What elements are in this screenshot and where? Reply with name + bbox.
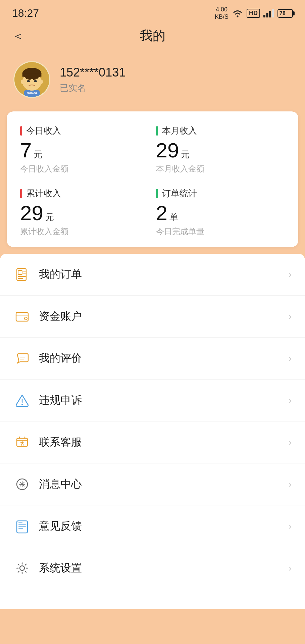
menu-label-feedback: 意见反馈 [39, 519, 289, 534]
arrow-icon-violation: › [289, 395, 292, 406]
page-title: 我的 [140, 27, 165, 44]
svg-point-10 [39, 80, 43, 84]
stat-value-1: 29 [156, 140, 179, 161]
svg-point-47 [20, 566, 24, 571]
settings-icon [13, 559, 31, 577]
menu-label-settings: 系统设置 [39, 561, 289, 576]
bottom-padding [0, 589, 305, 609]
svg-point-0 [237, 15, 239, 17]
arrow-icon-order: › [289, 269, 292, 280]
wifi-icon [232, 9, 243, 18]
menu-item-feedback[interactable]: 意见反馈 › [0, 505, 305, 547]
stat-bar-red-2 [20, 189, 22, 198]
stat-value-3: 2 [156, 203, 167, 224]
stat-desc-3: 今日完成单量 [156, 226, 285, 237]
order-icon [13, 266, 31, 283]
svg-text:客: 客 [20, 441, 25, 446]
review-icon [13, 350, 31, 367]
message-icon [13, 476, 31, 493]
profile-verified: 已实名 [60, 82, 125, 94]
menu-label-violation: 违规申诉 [39, 393, 289, 408]
svg-point-31 [21, 404, 23, 405]
menu-item-settings[interactable]: 系统设置 › [0, 547, 305, 589]
status-icons: 4.00KB/S HD 78 [215, 6, 293, 20]
svg-rect-3 [269, 11, 271, 17]
stat-value-0: 7 [20, 140, 32, 161]
svg-rect-1 [263, 15, 265, 17]
stat-order-count: 订单统计 2 单 今日完成单量 [156, 188, 285, 237]
svg-point-9 [21, 80, 24, 84]
menu-item-order[interactable]: 我的订单 › [0, 254, 305, 296]
avatar-image: BoRed [14, 62, 49, 97]
battery-icon: 78 [277, 9, 293, 18]
stats-card: 今日收入 7 元 今日收入金额 本月收入 29 元 本月收入金额 累 [7, 111, 298, 247]
stat-unit-1: 元 [181, 149, 190, 160]
profile-phone: 152****0131 [60, 65, 125, 80]
avatar-svg: BoRed [14, 62, 49, 97]
stat-today-income: 今日收入 7 元 今日收入金额 [20, 125, 149, 174]
svg-text:BoRed: BoRed [27, 91, 37, 95]
stat-bar-red-1 [20, 126, 22, 136]
violation-icon [13, 392, 31, 409]
svg-rect-4 [272, 9, 274, 17]
svg-point-12 [34, 80, 37, 82]
svg-point-26 [24, 317, 27, 320]
stat-bar-green-1 [156, 126, 158, 136]
status-time: 18:27 [12, 7, 39, 19]
menu-item-review[interactable]: 我的评价 › [0, 338, 305, 380]
hd-badge: HD [247, 9, 260, 18]
menu-label-service: 联系客服 [39, 435, 289, 450]
arrow-icon-service: › [289, 437, 292, 448]
menu-item-violation[interactable]: 违规申诉 › [0, 380, 305, 422]
svg-point-16 [28, 87, 36, 91]
menu-label-order: 我的订单 [39, 267, 289, 282]
svg-rect-2 [266, 13, 268, 17]
profile-info: 152****0131 已实名 [60, 65, 125, 94]
stat-month-income: 本月收入 29 元 本月收入金额 [156, 125, 285, 174]
stat-unit-3: 单 [169, 211, 178, 223]
arrow-icon-wallet: › [289, 311, 292, 322]
menu-label-review: 我的评价 [39, 351, 289, 366]
stat-value-2: 29 [20, 203, 43, 224]
menu-list: 我的订单 › 资金账户 › 我的评价 › [0, 254, 305, 589]
service-icon: 客 [13, 434, 31, 451]
stat-desc-2: 累计收入金额 [20, 226, 149, 237]
feedback-icon [13, 517, 31, 535]
menu-item-service[interactable]: 客 联系客服 › [0, 422, 305, 463]
avatar: BoRed [13, 61, 50, 98]
arrow-icon-review: › [289, 353, 292, 364]
svg-rect-42 [17, 521, 28, 533]
arrow-icon-settings: › [289, 563, 292, 574]
back-button[interactable]: ＜ [12, 30, 24, 42]
stats-grid: 今日收入 7 元 今日收入金额 本月收入 29 元 本月收入金额 累 [20, 125, 285, 237]
svg-rect-8 [22, 73, 42, 77]
stat-label-0: 今日收入 [26, 125, 61, 137]
arrow-icon-message: › [289, 479, 292, 490]
stat-unit-0: 元 [34, 149, 42, 160]
stat-label-3: 订单统计 [162, 188, 197, 199]
stat-desc-1: 本月收入金额 [156, 163, 285, 174]
menu-label-message: 消息中心 [39, 477, 289, 492]
stat-label-1: 本月收入 [162, 125, 197, 137]
stat-label-2: 累计收入 [26, 188, 61, 199]
stat-bar-green-2 [156, 189, 158, 198]
menu-item-message[interactable]: 消息中心 › [0, 463, 305, 505]
signal-icon [263, 9, 274, 18]
svg-point-11 [27, 80, 30, 82]
svg-rect-19 [18, 270, 22, 275]
arrow-icon-feedback: › [289, 521, 292, 532]
status-bar: 18:27 4.00KB/S HD 78 [0, 0, 305, 24]
stat-total-income: 累计收入 29 元 累计收入金额 [20, 188, 149, 237]
stat-unit-2: 元 [45, 211, 54, 223]
header: ＜ 我的 [0, 24, 305, 51]
profile-section: BoRed 152****0131 已实名 [0, 51, 305, 111]
menu-item-wallet[interactable]: 资金账户 › [0, 296, 305, 338]
network-speed: 4.00KB/S [215, 6, 228, 20]
menu-label-wallet: 资金账户 [39, 309, 289, 324]
stat-desc-0: 今日收入金额 [20, 163, 149, 174]
wallet-icon [13, 308, 31, 325]
